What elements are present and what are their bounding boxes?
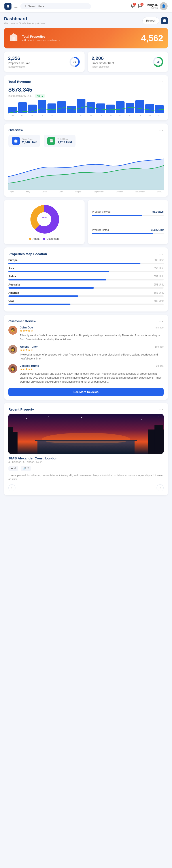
map-location-item: America 653 Unit <box>8 291 164 297</box>
map-loc-header: America 653 Unit <box>8 291 164 294</box>
map-menu-btn[interactable]: ··· <box>158 251 164 256</box>
bar <box>28 104 36 113</box>
bar-group: 13 <box>77 99 85 117</box>
map-loc-name: Europe <box>8 259 18 262</box>
recent-menu-btn[interactable]: ··· <box>158 407 164 412</box>
bar <box>47 103 56 113</box>
map-progress-bg <box>8 296 164 297</box>
rent-info: 2,206 Properties for Rent Target 3k/mont… <box>92 56 149 68</box>
bar-label: 19 <box>139 114 141 117</box>
total-properties-card: Total Properties 431 more to break last … <box>4 28 168 49</box>
banner-icon <box>9 32 19 44</box>
settings-button[interactable] <box>161 17 168 24</box>
total-sale-stat: Total Sale 2,346 Unit <box>8 135 40 147</box>
map-loc-name: America <box>8 291 19 294</box>
review-header: John Doe 5m ago <box>20 326 164 329</box>
rent-pct: 90 <box>157 61 159 63</box>
notification-btn[interactable]: 3 <box>130 3 135 9</box>
pie-row: 38% Agent Customers Produ <box>4 200 168 244</box>
product-viewed-stat: Product Viewed 561/days <box>92 210 164 216</box>
pie-legend: Agent Customers <box>29 237 59 240</box>
listed-header: Product Listed 3,456 Unit <box>92 228 164 231</box>
map-title: Properties Map Location <box>8 252 47 256</box>
review-header: Jessica Humb 2d ago <box>20 364 164 367</box>
map-loc-count: 683 Unit <box>154 300 164 303</box>
refresh-button[interactable]: Refresh <box>142 17 159 24</box>
bar <box>96 103 105 113</box>
property-title: 98AB Alexander Court, London <box>8 456 164 460</box>
bar-label: 10 <box>51 114 53 117</box>
user-name: Henry Jr. <box>146 3 158 7</box>
user-info: Henry Jr. Admin <box>146 3 158 9</box>
bar-label: 14 <box>90 114 92 117</box>
bar-group: 17 <box>116 101 125 117</box>
user-role: Admin <box>146 7 158 9</box>
search-input[interactable] <box>28 5 88 8</box>
rent-icon <box>47 137 55 145</box>
overview-menu-btn[interactable]: ··· <box>158 127 164 132</box>
map-progress-fill <box>8 287 94 288</box>
sale-stat-card: 2,356 Properties for Sale Target 9k/mont… <box>4 52 84 72</box>
map-loc-count: 883 Unit <box>154 259 164 262</box>
prev-property-btn[interactable]: ← <box>8 484 16 491</box>
sale-stat-value: 2,346 Unit <box>22 141 36 144</box>
bar <box>18 102 27 113</box>
viewed-header: Product Viewed 561/days <box>92 210 164 213</box>
bar-label: 15 <box>100 114 102 117</box>
reviews-menu-btn[interactable]: ··· <box>158 318 164 323</box>
bar <box>126 103 134 113</box>
map-loc-header: Australia 653 Unit <box>8 283 164 286</box>
map-loc-count: 652 Unit <box>154 275 164 278</box>
product-stats-card: Product Viewed 561/days Product Listed 3… <box>88 200 168 244</box>
user-profile[interactable]: Henry Jr. Admin 👤 <box>146 2 168 10</box>
property-nav: ← → <box>8 484 164 491</box>
review-item: 👩 Jessica Humb 2d ago ★★★★★ Dealing with… <box>8 364 164 384</box>
review-avatar: 👩 <box>8 364 17 373</box>
map-progress-bg <box>8 271 164 272</box>
svg-rect-19 <box>8 427 13 454</box>
sale-donut: 71 <box>69 56 80 68</box>
revenue-chart: 06070809101112131415161718192021 <box>8 101 164 117</box>
page-title: Dashboard <box>4 16 45 21</box>
revenue-menu-btn[interactable]: ··· <box>158 79 164 84</box>
svg-point-30 <box>159 416 159 417</box>
bar-group: 10 <box>47 103 56 117</box>
search-bar <box>20 3 91 9</box>
stat-cards-row: 2,356 Properties for Sale Target 9k/mont… <box>4 52 168 72</box>
svg-rect-21 <box>154 425 164 454</box>
bar-label: 12 <box>70 114 72 117</box>
overview-header: Overview ··· <box>8 127 164 132</box>
map-loc-header: Europe 883 Unit <box>8 259 164 262</box>
banner-value: 4,562 <box>141 33 163 43</box>
review-avatar: 👨 <box>8 326 17 335</box>
review-header: Amelia Tuner 10h ago <box>20 345 164 348</box>
see-more-reviews-button[interactable]: See More Reviews <box>8 388 164 396</box>
revenue-amount: $678,345 <box>8 86 164 93</box>
next-property-btn[interactable]: → <box>156 484 164 491</box>
message-btn[interactable]: 5 <box>138 3 142 9</box>
overview-card: Overview ··· Total Sale 2,346 Unit <box>4 124 168 197</box>
menu-icon[interactable]: ☰ <box>14 4 18 8</box>
listed-label: Product Listed <box>92 228 109 231</box>
bar-group: 21 <box>155 105 164 117</box>
revenue-meta: last month $563,443 7% ▲ <box>8 94 164 98</box>
bar <box>67 106 76 113</box>
map-progress-fill <box>8 304 70 305</box>
pie-card: 38% Agent Customers <box>4 200 84 244</box>
page-actions: Refresh <box>142 17 168 24</box>
bar-label: 11 <box>60 114 63 117</box>
rent-stat-value: 1,252 Unit <box>57 141 72 144</box>
bar <box>8 107 17 113</box>
review-stars: ★★★★☆ <box>20 329 164 332</box>
map-location-item: USA 683 Unit <box>8 300 164 305</box>
bar-chart: 06070809101112131415161718192021 <box>8 101 164 117</box>
logo[interactable] <box>4 3 11 10</box>
map-loc-name: Australia <box>8 283 20 286</box>
map-loc-name: USA <box>8 300 14 303</box>
bar <box>145 104 154 113</box>
overview-stats: Total Sale 2,346 Unit Total Rent 1,252 U… <box>8 135 164 147</box>
bar-group: 20 <box>145 104 154 117</box>
content-area: Dashboard Welcome to Omah Property Admin… <box>0 12 172 502</box>
property-address: 45 Connor St, London, 44523 <box>8 461 164 464</box>
overview-chart <box>8 150 164 190</box>
